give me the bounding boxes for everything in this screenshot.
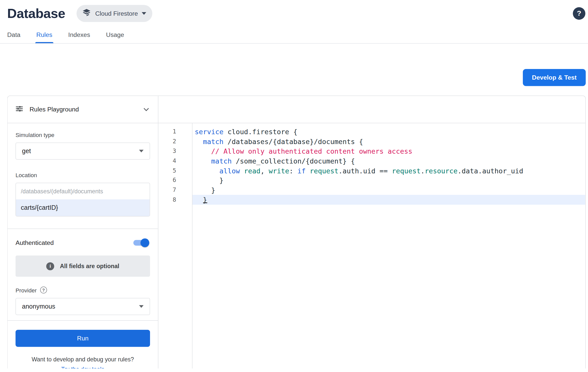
text-cursor <box>203 202 207 203</box>
simulation-type-select[interactable]: get <box>16 143 150 160</box>
editor-gutter: 12345678 <box>158 123 192 369</box>
toggle-knob <box>141 239 150 247</box>
tab-indexes[interactable]: Indexes <box>68 28 90 43</box>
location-placeholder: /databases/(default)/documents <box>16 183 150 200</box>
code-line-4[interactable]: match /some_collection/{document} { <box>192 156 585 166</box>
database-selector-label: Cloud Firestore <box>95 10 138 17</box>
location-input[interactable]: carts/{cartID} <box>16 199 150 216</box>
code-line-1[interactable]: service cloud.firestore { <box>192 127 585 137</box>
editor-toolbar <box>158 96 585 123</box>
info-banner-text: All fields are optional <box>60 263 119 270</box>
editor-code[interactable]: service cloud.firestore { match /databas… <box>192 123 585 369</box>
simulation-type-value: get <box>22 147 31 155</box>
page-header: Database Cloud Firestore ? <box>0 0 588 22</box>
code-line-6[interactable]: } <box>192 176 585 185</box>
tab-usage[interactable]: Usage <box>106 28 124 43</box>
authenticated-row: Authenticated <box>16 239 150 247</box>
provider-row: Provider ? <box>16 287 150 293</box>
playground-title: Rules Playground <box>30 106 79 113</box>
firestore-icon <box>82 8 91 19</box>
authenticated-toggle[interactable] <box>133 240 148 246</box>
code-line-5[interactable]: allow read, write: if request.auth.uid =… <box>192 166 585 175</box>
tab-bar: Data Rules Indexes Usage <box>0 28 588 44</box>
info-banner: i All fields are optional <box>16 255 150 277</box>
run-button[interactable]: Run <box>16 330 150 347</box>
dropdown-arrow-icon <box>139 150 144 153</box>
actions-row: Develop & Test <box>0 69 588 86</box>
collapse-chevron-icon[interactable] <box>142 105 151 113</box>
editor-area: 12345678 service cloud.firestore { match… <box>158 123 585 369</box>
rules-card: Rules Playground Simulation type get Loc… <box>7 96 586 368</box>
code-line-3[interactable]: // Allow only authenticated content owne… <box>192 146 585 156</box>
location-field: /databases/(default)/documents carts/{ca… <box>16 183 150 217</box>
tune-icon <box>15 104 23 114</box>
help-icon[interactable]: ? <box>573 7 585 20</box>
location-label: Location <box>16 172 150 178</box>
code-line-8[interactable]: } <box>192 195 585 205</box>
chevron-down-icon <box>142 12 146 15</box>
dropdown-arrow-icon <box>139 305 144 308</box>
tab-rules[interactable]: Rules <box>36 28 52 43</box>
develop-and-test-button[interactable]: Develop & Test <box>523 69 586 86</box>
divider <box>8 229 158 229</box>
playground-header: Rules Playground <box>8 96 158 123</box>
provider-help-icon[interactable]: ? <box>40 287 47 293</box>
provider-select[interactable]: anonymous <box>16 298 150 315</box>
page-title: Database <box>7 6 65 21</box>
dev-tools-hint: Want to develop and debug your rules? <box>16 356 150 363</box>
tab-data[interactable]: Data <box>7 28 20 43</box>
playground-body: Simulation type get Location /databases/… <box>8 123 158 369</box>
dev-tools-link[interactable]: Try the dev tools <box>16 366 150 369</box>
database-selector[interactable]: Cloud Firestore <box>77 5 152 22</box>
simulation-type-label: Simulation type <box>16 132 150 138</box>
provider-value: anonymous <box>22 303 55 310</box>
authenticated-label: Authenticated <box>16 239 54 247</box>
info-icon: i <box>46 262 54 270</box>
rules-editor: 12345678 service cloud.firestore { match… <box>158 96 585 369</box>
provider-label: Provider <box>16 287 37 293</box>
rules-playground-panel: Rules Playground Simulation type get Loc… <box>8 96 158 369</box>
code-line-2[interactable]: match /databases/{database}/documents { <box>192 137 585 146</box>
firebase-console: Database Cloud Firestore ? Data Rules In… <box>0 0 588 372</box>
divider <box>8 320 158 321</box>
code-line-7[interactable]: } <box>192 185 585 195</box>
